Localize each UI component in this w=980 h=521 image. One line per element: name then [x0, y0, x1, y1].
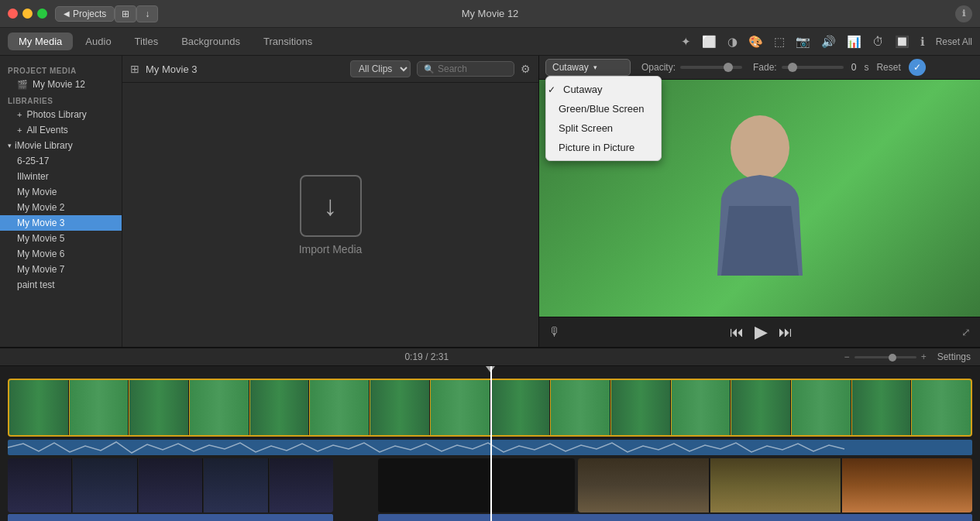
tab-transitions[interactable]: Transitions [253, 33, 323, 50]
effect-option-picture-in-picture[interactable]: Picture in Picture [546, 138, 661, 157]
sidebar-item-label: iMovie Library [15, 140, 73, 151]
zoom-slider[interactable] [854, 356, 916, 358]
import-button[interactable]: ↓ [136, 5, 158, 22]
sidebar-item-photos-library[interactable]: + Photos Library [0, 107, 122, 122]
projects-button[interactable]: Projects [55, 6, 115, 22]
track-thumbnail [70, 380, 129, 435]
zoom-in-icon[interactable]: + [921, 351, 927, 362]
settings-icon[interactable]: ⚙ [521, 63, 531, 75]
zoom-out-icon[interactable]: − [844, 351, 850, 362]
crop-icon[interactable]: ⬜ [699, 33, 720, 50]
audio-waveform-track[interactable] [8, 440, 972, 455]
reset-button[interactable]: Reset [876, 62, 900, 73]
effect-dropdown[interactable]: Cutaway ▾ Cutaway Green/Blue Screen Spli… [545, 59, 631, 76]
clips-filter-select[interactable]: All Clips [350, 60, 411, 77]
fade-slider-thumb[interactable] [788, 63, 797, 72]
opacity-slider-thumb[interactable] [724, 63, 733, 72]
sidebar-item-my-movie-2[interactable]: My Movie 2 [0, 200, 122, 215]
effect-option-split-screen[interactable]: Split Screen [546, 118, 661, 138]
effect-option-green-blue-screen[interactable]: Green/Blue Screen [546, 99, 661, 118]
search-input[interactable] [438, 63, 507, 74]
sidebar-item-all-events[interactable]: + All Events [0, 122, 122, 138]
total-time: 2:31 [431, 351, 449, 362]
lower-audio-right[interactable] [378, 514, 972, 521]
fade-unit-label: s [864, 62, 868, 73]
lower-audio-left[interactable] [8, 514, 333, 521]
main-video-track[interactable] [8, 379, 972, 437]
sidebar-item-label: My Movie 5 [17, 233, 64, 244]
sidebar-item-my-movie[interactable]: My Movie [0, 184, 122, 200]
sidebar-item-my-movie-12[interactable]: 🎬 My Movie 12 [0, 77, 122, 92]
overlay-icon[interactable]: 🔲 [892, 33, 913, 50]
minimize-button[interactable] [22, 9, 33, 19]
track-thumbnail [73, 458, 137, 512]
track-thumbnail [204, 458, 268, 512]
toolbar-right: ✦ ⬜ ◑ 🎨 ⬚ 📷 🔊 📊 ⏱ 🔲 ℹ Reset All [678, 33, 972, 50]
sidebar-item-imovie-library[interactable]: ▾ iMovie Library [0, 138, 122, 153]
volume-icon[interactable]: 🔊 [818, 33, 839, 50]
sidebar-item-label: paint test [17, 279, 55, 290]
tab-titles[interactable]: Titles [124, 33, 170, 50]
forward-button[interactable]: ⏭ [779, 324, 793, 341]
track-thumbnail [139, 458, 203, 512]
current-time: 0:19 [404, 351, 422, 362]
sidebar-item-my-movie-3[interactable]: My Movie 3 [0, 215, 122, 231]
track-thumbnail [611, 380, 671, 435]
effect-option-cutaway[interactable]: Cutaway [546, 80, 661, 99]
track-thumbnail [578, 458, 709, 512]
track-gap [336, 458, 375, 512]
timeline-settings-button[interactable]: Settings [937, 351, 971, 362]
transform-icon[interactable]: ✦ [678, 33, 694, 50]
tab-audio[interactable]: Audio [74, 33, 122, 50]
secondary-track-left[interactable] [8, 458, 333, 512]
video-icon[interactable]: 📷 [793, 33, 813, 50]
fade-slider[interactable] [782, 66, 844, 69]
track-thumbnail [731, 380, 791, 435]
sidebar-item-paint-test[interactable]: paint test [0, 277, 122, 293]
fullscreen-button[interactable] [37, 9, 47, 19]
sidebar-item-6-25-17[interactable]: 6-25-17 [0, 153, 122, 169]
sidebar-toggle-icon[interactable]: ⊞ [130, 63, 139, 75]
fade-time-value: 0 [851, 62, 857, 73]
movie-icon: 🎬 [17, 80, 28, 90]
sidebar: PROJECT MEDIA 🎬 My Movie 12 LIBRARIES + … [0, 56, 122, 347]
mic-icon[interactable]: 🎙 [548, 325, 561, 339]
filter-icon[interactable]: ◑ [724, 33, 741, 50]
grid-view-button[interactable]: ⊞ [115, 5, 136, 22]
reset-all-button[interactable]: Reset All [936, 36, 972, 47]
color-icon[interactable]: 🎨 [745, 33, 766, 50]
content-panel: ⊞ My Movie 3 All Clips 🔍 ⚙ ↓ Import Medi… [122, 56, 538, 347]
zoom-controls: − + Settings [844, 351, 971, 362]
zoom-slider-thumb[interactable] [889, 354, 896, 362]
timeline [0, 366, 980, 521]
tab-backgrounds[interactable]: Backgrounds [170, 33, 251, 50]
tab-my-media[interactable]: My Media [8, 33, 73, 50]
sidebar-item-my-movie-7[interactable]: My Movie 7 [0, 262, 122, 277]
import-arrow-icon: ↓ [300, 175, 362, 237]
info2-icon[interactable]: ℹ [917, 33, 928, 50]
import-label: Import Media [299, 243, 363, 255]
effect-select-button[interactable]: Cutaway ▾ [545, 59, 631, 76]
time-separator: / [425, 351, 431, 362]
track-thumbnail [190, 380, 249, 435]
sidebar-item-label: My Movie 12 [33, 79, 85, 90]
sidebar-item-my-movie-6[interactable]: My Movie 6 [0, 246, 122, 262]
close-button[interactable] [8, 9, 18, 19]
opacity-slider[interactable] [680, 66, 742, 69]
speed-icon[interactable]: ⏱ [869, 33, 887, 50]
confirm-button[interactable]: ✓ [909, 59, 926, 76]
project-media-label: PROJECT MEDIA [0, 62, 122, 77]
sidebar-item-illwinter[interactable]: Illwinter [0, 169, 122, 184]
play-button[interactable]: ▶ [755, 322, 768, 342]
tabbar: My Media Audio Titles Backgrounds Transi… [0, 28, 980, 56]
chart-icon[interactable]: 📊 [844, 33, 865, 50]
info-button[interactable]: ℹ [955, 5, 972, 22]
rewind-button[interactable]: ⏮ [730, 324, 744, 341]
secondary-track-right[interactable] [578, 458, 972, 512]
crop2-icon[interactable]: ⬚ [771, 33, 788, 50]
fullscreen-icon[interactable]: ⤢ [961, 326, 971, 338]
track-thumbnail [491, 380, 551, 435]
sidebar-item-my-movie-5[interactable]: My Movie 5 [0, 231, 122, 246]
black-clip[interactable] [378, 458, 575, 512]
playhead-head [486, 366, 495, 372]
